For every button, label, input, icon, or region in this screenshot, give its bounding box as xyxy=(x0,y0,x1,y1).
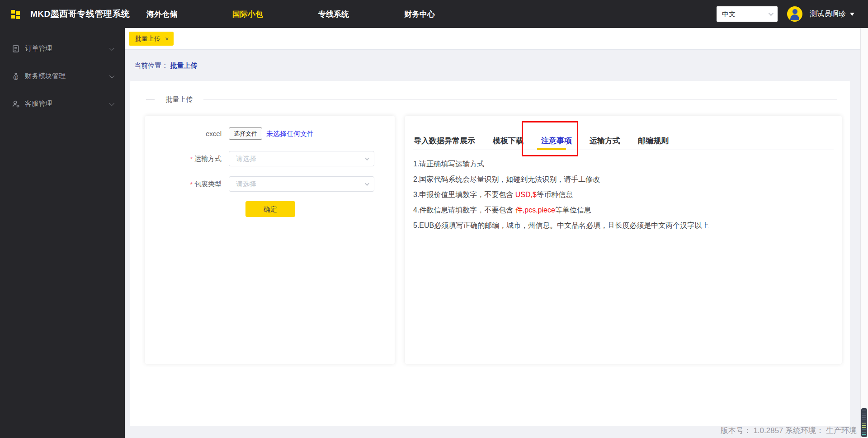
close-icon[interactable]: × xyxy=(165,35,169,42)
user-menu[interactable]: 测试员啊珍 xyxy=(810,9,846,19)
tab-postcode-rules[interactable]: 邮编规则 xyxy=(638,136,669,146)
sidebar-item-label: 财务模块管理 xyxy=(25,72,66,80)
info-tabs: 导入数据异常展示 模板下载 注意事项 运输方式 邮编规则 xyxy=(414,136,669,146)
sidebar-item-order-management[interactable]: 订单管理 xyxy=(0,35,125,62)
excel-label: excel xyxy=(145,127,222,140)
confirm-button[interactable]: 确定 xyxy=(245,201,295,217)
nav-item-finance-center[interactable]: 财务中心 xyxy=(404,9,435,19)
sidebar: 订单管理 $ 财务模块管理 客服管理 xyxy=(0,28,125,438)
note-item: 2.国家代码系统会尽量识别，如碰到无法识别，请手工修改 xyxy=(413,172,709,187)
note-item: 5.EUB必须填写正确的邮编，城市，州信息。中文品名必填，且长度必须是中文两个汉… xyxy=(413,218,709,233)
batch-upload-card: 批量上传 excel 选择文件 未选择任何文件 * 运输方式 请选择 xyxy=(130,81,850,426)
sidebar-item-customer-service[interactable]: 客服管理 xyxy=(0,90,125,118)
top-menu: 海外仓储 国际小包 专线系统 财务中心 xyxy=(146,0,435,28)
note-item: 1.请正确填写运输方式 xyxy=(413,156,709,172)
tab-shipping-method[interactable]: 运输方式 xyxy=(590,136,620,146)
order-document-icon xyxy=(12,45,20,53)
navbar-right-group: 中文 测试员啊珍 xyxy=(717,0,854,28)
package-type-row: * 包裹类型 请选择 xyxy=(145,176,395,192)
breadcrumb-current[interactable]: 批量上传 xyxy=(170,61,197,69)
select-placeholder: 请选择 xyxy=(236,155,256,163)
divider xyxy=(146,99,155,100)
customer-service-icon xyxy=(12,100,20,108)
tab-template-download[interactable]: 模板下载 xyxy=(493,136,524,146)
tab-import-data-errors[interactable]: 导入数据异常展示 xyxy=(414,136,475,146)
required-mark: * xyxy=(190,180,193,188)
select-placeholder: 请选择 xyxy=(236,180,256,188)
open-tabs-bar: 批量上传 × xyxy=(125,28,868,50)
version-footer: 版本号： 1.0.2857 系统环境： 生产环境 xyxy=(721,425,857,436)
sidebar-item-finance-module[interactable]: $ 财务模块管理 xyxy=(0,62,125,90)
shipping-method-row: * 运输方式 请选择 xyxy=(145,151,395,166)
top-navbar: MKD墨西哥专线管理系统 海外仓储 国际小包 专线系统 财务中心 中文 测试员啊… xyxy=(0,0,868,28)
tab-batch-upload[interactable]: 批量上传 × xyxy=(129,32,174,46)
upload-form-panel: excel 选择文件 未选择任何文件 * 运输方式 请选择 * 包裹类型 xyxy=(145,116,395,364)
breadcrumb-prefix: 当前位置： xyxy=(134,61,168,69)
chevron-down-icon xyxy=(109,100,114,105)
package-type-label: * 包裹类型 xyxy=(145,176,222,192)
info-panel: 导入数据异常展示 模板下载 注意事项 运输方式 邮编规则 1.请正确填写运输方式… xyxy=(405,116,842,364)
svg-text:$: $ xyxy=(15,75,17,79)
chevron-down-icon xyxy=(365,156,369,160)
nav-item-international-parcel[interactable]: 国际小包 xyxy=(232,9,263,19)
nav-item-dedicated-line[interactable]: 专线系统 xyxy=(318,9,349,19)
active-tab-indicator xyxy=(537,148,566,150)
chevron-down-icon xyxy=(109,73,114,78)
tab-notes[interactable]: 注意事项 xyxy=(541,136,572,146)
note-item: 4.件数信息请填数字，不要包含 件,pcs,piece等单位信息 xyxy=(413,203,709,218)
section-header: 批量上传 xyxy=(146,95,837,104)
choose-file-button[interactable]: 选择文件 xyxy=(229,127,262,140)
shipping-method-select[interactable]: 请选择 xyxy=(229,151,374,166)
required-mark: * xyxy=(190,155,193,163)
excel-file-row: excel 选择文件 未选择任何文件 xyxy=(145,127,395,140)
chevron-down-icon xyxy=(769,11,774,16)
caret-down-icon xyxy=(850,13,854,18)
scrollbar-thumb[interactable] xyxy=(861,408,867,437)
sidebar-item-label: 订单管理 xyxy=(25,44,52,53)
language-select-value: 中文 xyxy=(722,10,736,19)
sidebar-item-label: 客服管理 xyxy=(25,99,52,108)
chevron-down-icon xyxy=(365,181,369,186)
tabs-underline xyxy=(413,150,834,150)
nav-item-overseas-warehouse[interactable]: 海外仓储 xyxy=(146,9,177,19)
breadcrumb: 当前位置： 批量上传 xyxy=(134,61,197,70)
main-content: 批量上传 × 当前位置： 批量上传 批量上传 excel 选择文件 未选择任何文… xyxy=(125,28,868,438)
avatar[interactable] xyxy=(787,6,802,22)
note-item: 3.申报价值里填数字，不要包含 USD,$等币种信息 xyxy=(413,187,709,203)
file-status-text: 未选择任何文件 xyxy=(266,127,314,140)
scrollbar-track[interactable] xyxy=(860,28,868,438)
shipping-method-label: * 运输方式 xyxy=(145,151,222,166)
package-type-select[interactable]: 请选择 xyxy=(229,176,374,192)
user-icon xyxy=(793,9,797,14)
money-bag-icon: $ xyxy=(12,72,20,80)
divider xyxy=(203,99,837,100)
chevron-down-icon xyxy=(109,45,114,50)
section-title: 批量上传 xyxy=(165,95,193,104)
language-select[interactable]: 中文 xyxy=(717,6,778,22)
tab-label: 批量上传 xyxy=(135,35,160,43)
app-title: MKD墨西哥专线管理系统 xyxy=(30,0,130,28)
apps-grid-icon[interactable] xyxy=(11,10,20,19)
notes-list: 1.请正确填写运输方式 2.国家代码系统会尽量识别，如碰到无法识别，请手工修改 … xyxy=(413,156,709,233)
